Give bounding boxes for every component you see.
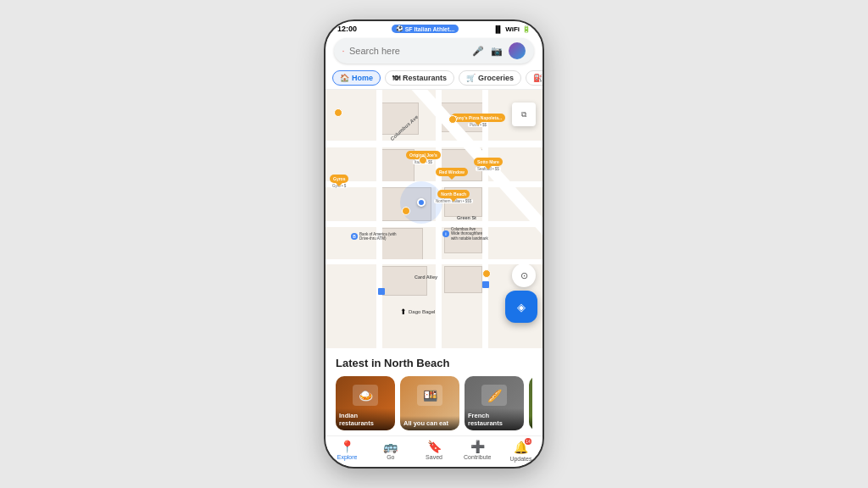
explore-icon: 📍 <box>340 440 354 453</box>
camera-button[interactable]: 📷 <box>490 44 504 58</box>
card-alley-label: Card Alley <box>415 274 437 280</box>
notification-text: SF Italian Athlet... <box>405 26 454 32</box>
sf-notification: ⚽ SF Italian Athlet... <box>392 25 459 33</box>
pin-small-1[interactable] <box>334 108 342 117</box>
columbus-ave-info: i Columbus AveWide thoroughfarewith nota… <box>442 227 488 241</box>
restaurants-icon: 🍽 <box>392 74 400 82</box>
tab-home[interactable]: 🏠 Home <box>332 70 381 86</box>
search-input[interactable] <box>349 46 466 56</box>
mic-button[interactable]: 🎤 <box>471 44 485 58</box>
nav-contribute[interactable]: ➕ Contribute <box>456 440 499 462</box>
status-bar: 12:00 ⚽ SF Italian Athlet... ▐▌ WiFi 🔋 <box>326 21 542 35</box>
bottom-sheet-title: Latest in North Beach <box>336 357 532 369</box>
map-background: Columbus Ave Green St Card Alley Tony's … <box>326 90 542 348</box>
card-extra[interactable]: 🥗 C... <box>529 376 532 430</box>
compass-button[interactable]: ⊙ <box>512 263 536 287</box>
category-tabs: 🏠 Home 🍽 Restaurants 🛒 Groceries ⛽ Gas <box>326 67 542 90</box>
card-extra-label: C... <box>529 416 532 430</box>
map-area[interactable]: Columbus Ave Green St Card Alley Tony's … <box>326 90 542 348</box>
dago-bagel-text: Dago Bagel <box>409 309 435 314</box>
green-st-road <box>326 221 542 227</box>
road-h3 <box>326 259 542 264</box>
pin-gyros[interactable]: Gyros Gyro • $ <box>330 175 348 188</box>
building-10 <box>444 266 482 293</box>
tab-groceries-label: Groceries <box>478 74 514 82</box>
gas-icon: ⛽ <box>533 74 542 82</box>
tab-restaurants-label: Restaurants <box>403 74 447 82</box>
road-h1 <box>326 141 542 147</box>
card-buffet-img: 🍱 <box>404 380 455 410</box>
status-notification: ⚽ SF Italian Athlet... <box>392 25 459 33</box>
nav-saved[interactable]: 🔖 Saved <box>412 440 455 462</box>
card-indian-label: Indian restaurants <box>336 408 395 430</box>
tab-groceries[interactable]: 🛒 Groceries <box>459 70 521 86</box>
layers-icon: ⧉ <box>521 110 526 119</box>
status-icons: ▐▌ WiFi 🔋 <box>493 25 531 33</box>
pin-caffe[interactable] <box>482 269 491 278</box>
card-indian-img: 🍛 <box>340 380 391 410</box>
dago-bagel-label: ⬆ Dago Bagel <box>400 308 435 316</box>
tab-restaurants[interactable]: 🍽 Restaurants <box>385 70 454 86</box>
road-v1 <box>376 90 382 348</box>
nav-updates-label: Updates <box>509 456 531 462</box>
pin-sotto-mare[interactable]: Sotto Mare Seafood • $$ <box>474 158 503 171</box>
layers-button[interactable]: ⧉ <box>512 103 536 126</box>
updates-badge: 14 <box>525 438 531 445</box>
blue-marker <box>378 288 385 295</box>
road-v2 <box>436 90 442 348</box>
user-location-dot <box>417 198 426 207</box>
wifi-icon: WiFi <box>505 25 520 33</box>
pin-small-3[interactable] <box>419 156 427 164</box>
nav-updates[interactable]: 🔔 14 Updates <box>499 440 542 462</box>
blue-marker-2 <box>482 281 489 288</box>
battery-icon: 🔋 <box>522 25 531 33</box>
nav-explore[interactable]: 📍 Explore <box>326 440 369 462</box>
maps-pin-icon <box>342 46 344 57</box>
directions-fab[interactable]: ◈ <box>505 291 537 323</box>
nav-go[interactable]: 🚌 Go <box>369 440 412 462</box>
tab-home-label: Home <box>352 74 373 82</box>
nav-go-label: Go <box>387 454 394 460</box>
search-bar-icons: 🎤 📷 <box>471 42 526 59</box>
pin-small-4[interactable] <box>402 207 410 215</box>
card-french-label: French restaurants <box>465 408 524 430</box>
search-bar-container: 🎤 📷 <box>326 35 542 67</box>
saved-icon: 🔖 <box>427 440 442 453</box>
building-9 <box>381 266 427 296</box>
updates-badge-container: 🔔 14 <box>514 440 528 455</box>
groceries-icon: 🛒 <box>466 74 476 82</box>
user-location <box>417 198 426 207</box>
road-v3 <box>482 90 488 348</box>
pin-north-beach[interactable]: North Beach Northern Italian • $$$ <box>434 190 473 203</box>
user-avatar[interactable] <box>509 42 526 59</box>
category-cards: 🍛 Indian restaurants 🍱 All you can eat 🥖 <box>336 376 532 430</box>
signal-icon: ▐▌ <box>493 25 503 33</box>
nav-contribute-label: Contribute <box>464 454 491 460</box>
compass-icon: ⊙ <box>520 270 528 281</box>
search-bar[interactable]: 🎤 📷 <box>334 38 534 64</box>
card-buffet-label: All you can eat <box>400 416 459 430</box>
contribute-icon: ➕ <box>470 440 485 453</box>
tab-gas[interactable]: ⛽ Gas <box>526 70 542 86</box>
home-icon: 🏠 <box>340 74 349 82</box>
go-icon: 🚌 <box>383 440 398 453</box>
bank-label: B Bank of America (withDrive-thru ATM) <box>351 232 397 241</box>
pin-small-2[interactable] <box>448 115 457 124</box>
green-st-label: Green St <box>457 215 476 220</box>
phone-frame: 12:00 ⚽ SF Italian Athlet... ▐▌ WiFi 🔋 <box>324 19 544 469</box>
directions-icon: ◈ <box>517 301 526 313</box>
pin-tonys-pizza[interactable]: Tony's Pizza Napoleta... Pizza • $$ <box>451 114 505 127</box>
pin-red-window[interactable]: Red Window <box>436 168 468 176</box>
bottom-sheet: Latest in North Beach 🍛 Indian restauran… <box>326 348 542 435</box>
card-french-restaurants[interactable]: 🥖 French restaurants <box>465 376 524 430</box>
nav-explore-label: Explore <box>337 454 358 460</box>
nav-saved-label: Saved <box>426 454 442 460</box>
bottom-nav: 📍 Explore 🚌 Go 🔖 Saved ➕ Contribute 🔔 14 <box>326 435 542 467</box>
card-french-img: 🥖 <box>469 380 520 410</box>
status-time: 12:00 <box>337 25 357 33</box>
card-indian-restaurants[interactable]: 🍛 Indian restaurants <box>336 376 395 430</box>
card-all-you-can-eat[interactable]: 🍱 All you can eat <box>400 376 459 430</box>
phone-screen: 12:00 ⚽ SF Italian Athlet... ▐▌ WiFi 🔋 <box>326 21 542 467</box>
